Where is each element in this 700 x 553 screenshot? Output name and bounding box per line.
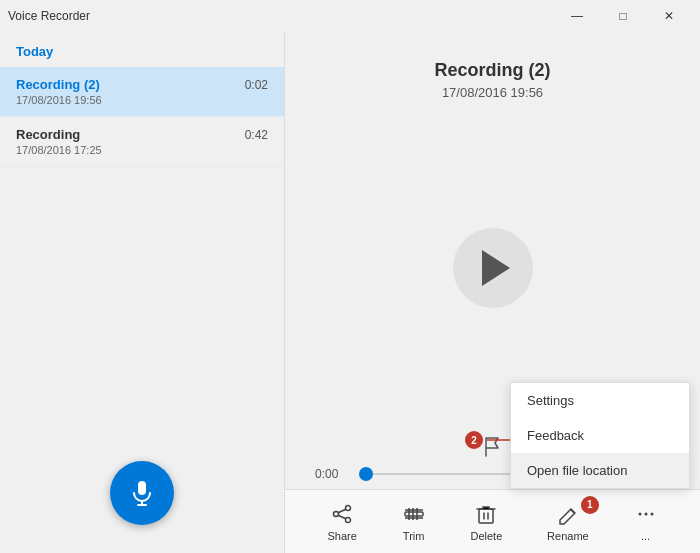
progress-thumb bbox=[359, 467, 373, 481]
rename-label: Rename bbox=[547, 530, 589, 542]
svg-point-15 bbox=[638, 512, 641, 515]
delete-icon bbox=[474, 502, 498, 526]
sidebar: Today Recording (2) 0:02 17/08/2016 19:5… bbox=[0, 32, 285, 553]
rename-button[interactable]: Rename 1 bbox=[535, 498, 601, 546]
trim-icon bbox=[402, 502, 426, 526]
svg-line-6 bbox=[338, 509, 346, 513]
dropdown-badge: 2 bbox=[465, 431, 483, 449]
rename-icon bbox=[556, 502, 580, 526]
window-controls: — □ ✕ bbox=[554, 0, 692, 32]
dropdown-open-file-location[interactable]: Open file location bbox=[511, 453, 689, 488]
more-button[interactable]: ... bbox=[622, 498, 670, 546]
svg-point-16 bbox=[644, 512, 647, 515]
dropdown-feedback[interactable]: Feedback bbox=[511, 418, 689, 453]
record-button[interactable] bbox=[110, 461, 174, 525]
share-icon bbox=[330, 502, 354, 526]
svg-rect-8 bbox=[405, 512, 423, 516]
recording-item-2-date: 17/08/2016 17:25 bbox=[16, 144, 268, 156]
recording-item-1-duration: 0:02 bbox=[245, 78, 268, 92]
close-button[interactable]: ✕ bbox=[646, 0, 692, 32]
current-time: 0:00 bbox=[315, 467, 347, 481]
recording-item-1-date: 17/08/2016 19:56 bbox=[16, 94, 268, 106]
play-icon bbox=[482, 250, 510, 286]
recording-header: Recording (2) 17/08/2016 19:56 bbox=[285, 32, 700, 100]
app-title: Voice Recorder bbox=[8, 9, 90, 23]
recording-item-1[interactable]: Recording (2) 0:02 17/08/2016 19:56 bbox=[0, 67, 284, 117]
trim-label: Trim bbox=[403, 530, 425, 542]
mic-icon bbox=[128, 479, 156, 507]
recording-date: 17/08/2016 19:56 bbox=[285, 85, 700, 100]
svg-rect-12 bbox=[479, 509, 493, 523]
svg-rect-0 bbox=[138, 481, 146, 495]
svg-line-7 bbox=[338, 515, 346, 519]
more-label: ... bbox=[641, 530, 650, 542]
dropdown-settings[interactable]: Settings bbox=[511, 383, 689, 418]
rename-badge: 1 bbox=[581, 496, 599, 514]
more-icon bbox=[634, 502, 658, 526]
trim-button[interactable]: Trim bbox=[390, 498, 438, 546]
dropdown-menu: Settings Feedback Open file location bbox=[510, 382, 690, 489]
share-label: Share bbox=[327, 530, 356, 542]
app-container: Today Recording (2) 0:02 17/08/2016 19:5… bbox=[0, 32, 700, 553]
mic-area bbox=[0, 167, 284, 553]
bottom-toolbar: Share Trim bbox=[285, 489, 700, 553]
main-content: Recording (2) 17/08/2016 19:56 0:00 bbox=[285, 32, 700, 553]
svg-point-4 bbox=[334, 511, 339, 516]
play-button[interactable] bbox=[453, 228, 533, 308]
svg-point-5 bbox=[346, 517, 351, 522]
minimize-button[interactable]: — bbox=[554, 0, 600, 32]
maximize-button[interactable]: □ bbox=[600, 0, 646, 32]
svg-point-17 bbox=[650, 512, 653, 515]
recording-item-2[interactable]: Recording 0:42 17/08/2016 17:25 bbox=[0, 117, 284, 167]
title-bar: Voice Recorder — □ ✕ bbox=[0, 0, 700, 32]
recording-item-2-name: Recording bbox=[16, 127, 80, 142]
svg-point-3 bbox=[346, 505, 351, 510]
share-button[interactable]: Share bbox=[315, 498, 368, 546]
recording-item-1-name: Recording (2) bbox=[16, 77, 100, 92]
delete-label: Delete bbox=[470, 530, 502, 542]
sidebar-section-header: Today bbox=[0, 32, 284, 67]
recording-title: Recording (2) bbox=[285, 60, 700, 81]
delete-button[interactable]: Delete bbox=[458, 498, 514, 546]
recording-item-2-duration: 0:42 bbox=[245, 128, 268, 142]
